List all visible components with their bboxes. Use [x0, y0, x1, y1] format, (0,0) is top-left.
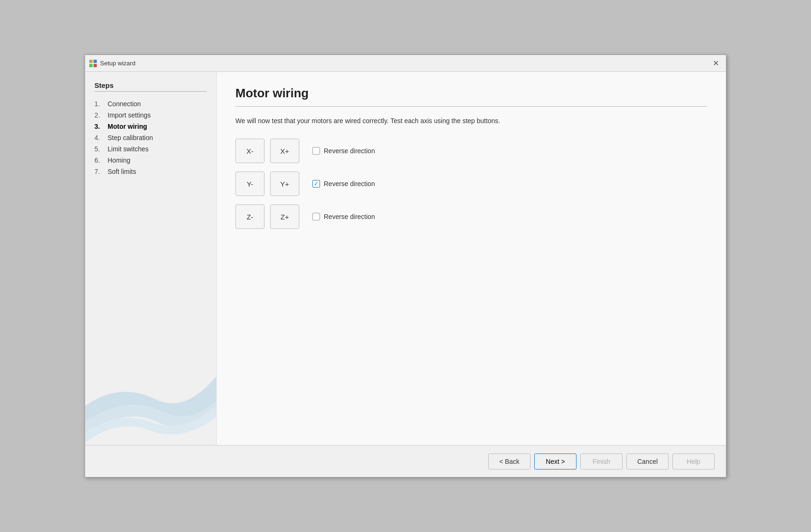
step-item-homing: 6. Homing: [94, 155, 207, 166]
step-num-7: 7.: [94, 168, 108, 175]
footer: < Back Next > Finish Cancel Help: [85, 445, 726, 477]
content-area: Steps 1. Connection 2. Import settings 3…: [85, 72, 726, 445]
step-label-3: Motor wiring: [108, 123, 147, 130]
setup-wizard-window: Setup wizard ✕ Steps 1. Connection 2. Im…: [85, 55, 726, 477]
x-reverse-label: Reverse direction: [324, 147, 375, 155]
y-minus-button[interactable]: Y-: [235, 172, 265, 196]
svg-rect-1: [94, 60, 97, 63]
step-label-5: Limit switches: [108, 145, 148, 153]
x-minus-button[interactable]: X-: [235, 139, 265, 163]
main-content: Motor wiring We will now test that your …: [217, 72, 726, 445]
page-title: Motor wiring: [235, 86, 707, 101]
z-reverse-area: Reverse direction: [312, 213, 375, 220]
checkmark-icon: ✓: [314, 181, 319, 187]
svg-rect-0: [89, 60, 93, 63]
sidebar: Steps 1. Connection 2. Import settings 3…: [85, 72, 217, 445]
page-divider: [235, 106, 707, 107]
sidebar-watermark: [85, 351, 216, 445]
step-list: 1. Connection 2. Import settings 3. Moto…: [94, 98, 207, 177]
step-item-motor-wiring: 3. Motor wiring: [94, 121, 207, 132]
close-button[interactable]: ✕: [709, 57, 722, 70]
steps-divider: [94, 91, 207, 92]
next-button[interactable]: Next >: [534, 454, 577, 469]
window-title: Setup wizard: [100, 60, 709, 67]
step-num-5: 5.: [94, 145, 108, 153]
y-reverse-checkbox[interactable]: ✓: [312, 180, 320, 188]
y-axis-row: Y- Y+ ✓ Reverse direction: [235, 172, 707, 196]
x-axis-row: X- X+ Reverse direction: [235, 139, 707, 163]
step-label-7: Soft limits: [108, 168, 136, 175]
y-reverse-area: ✓ Reverse direction: [312, 180, 375, 188]
x-plus-button[interactable]: X+: [270, 139, 299, 163]
description-text: We will now test that your motors are wi…: [235, 117, 707, 125]
step-item-limit-switches: 5. Limit switches: [94, 143, 207, 155]
x-reverse-area: Reverse direction: [312, 147, 375, 155]
z-reverse-checkbox[interactable]: [312, 213, 320, 220]
help-button[interactable]: Help: [672, 454, 715, 469]
y-plus-button[interactable]: Y+: [270, 172, 299, 196]
cancel-button[interactable]: Cancel: [626, 454, 669, 469]
window-icon: [89, 59, 97, 68]
step-item-connection: 1. Connection: [94, 98, 207, 110]
title-bar: Setup wizard ✕: [85, 55, 726, 72]
x-reverse-checkbox[interactable]: [312, 147, 320, 155]
step-label-4: Step calibration: [108, 134, 153, 141]
step-num-4: 4.: [94, 134, 108, 141]
step-num-1: 1.: [94, 100, 108, 108]
step-label-6: Homing: [108, 156, 130, 164]
svg-rect-2: [89, 64, 93, 67]
finish-button[interactable]: Finish: [580, 454, 623, 469]
svg-rect-3: [94, 64, 97, 67]
y-reverse-label: Reverse direction: [324, 180, 375, 188]
step-num-3: 3.: [94, 123, 108, 130]
step-item-step-calibration: 4. Step calibration: [94, 132, 207, 143]
steps-title: Steps: [94, 81, 207, 89]
step-num-2: 2.: [94, 111, 108, 119]
z-axis-row: Z- Z+ Reverse direction: [235, 204, 707, 229]
step-item-soft-limits: 7. Soft limits: [94, 166, 207, 177]
z-reverse-label: Reverse direction: [324, 213, 375, 220]
z-plus-button[interactable]: Z+: [270, 204, 299, 229]
step-num-6: 6.: [94, 156, 108, 164]
step-label-1: Connection: [108, 100, 141, 108]
step-item-import: 2. Import settings: [94, 110, 207, 121]
step-label-2: Import settings: [108, 111, 151, 119]
z-minus-button[interactable]: Z-: [235, 204, 265, 229]
back-button[interactable]: < Back: [488, 454, 530, 469]
